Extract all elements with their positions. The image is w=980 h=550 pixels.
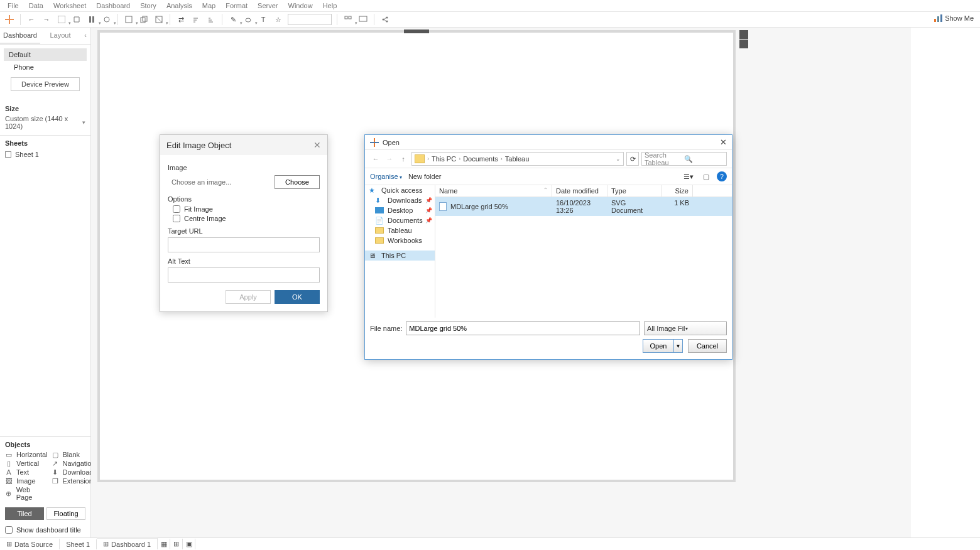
refresh-folder-icon[interactable]: ⟳ [626, 152, 639, 166]
sort-desc-icon[interactable] [205, 14, 217, 25]
col-date[interactable]: Date modified [552, 185, 607, 197]
target-url-input[interactable] [168, 237, 320, 252]
highlight-icon[interactable]: ✎ [227, 14, 239, 25]
tree-documents[interactable]: 📄Documents📌 [365, 215, 435, 225]
remove-container-icon[interactable] [739, 30, 748, 39]
sort-asc-icon[interactable] [190, 14, 202, 25]
tiled-button[interactable]: Tiled [5, 507, 44, 520]
column-headers[interactable]: Name ⌃ Date modified Type Size [435, 185, 732, 197]
choose-button[interactable]: Choose [275, 175, 320, 189]
file-type-filter[interactable]: All Image Files (*.bmp *.dib *.er▾ [644, 321, 727, 335]
menu-server[interactable]: Server [253, 1, 283, 11]
ok-button[interactable]: OK [275, 290, 320, 304]
filename-input[interactable] [406, 321, 640, 335]
organize-button[interactable]: Organise [370, 173, 402, 180]
new-folder-button[interactable]: New folder [408, 173, 442, 180]
apply-button[interactable]: Apply [226, 290, 271, 304]
new-story-icon[interactable]: ▣ [183, 539, 195, 549]
obj-image[interactable]: 🖼Image [5, 477, 48, 485]
clear-icon[interactable] [153, 14, 165, 25]
obj-download[interactable]: ⬇Download [52, 468, 95, 476]
open-button[interactable]: Open [643, 339, 674, 353]
back-icon[interactable]: ← [26, 14, 37, 25]
search-input[interactable]: Search Tableau🔍 [641, 152, 727, 166]
view-mode-icon[interactable]: ☰▾ [682, 171, 695, 182]
tree-downloads[interactable]: ⬇Downloads📌 [365, 195, 435, 205]
tree-this-pc[interactable]: 🖥This PC [365, 251, 435, 261]
new-worksheet-icon[interactable] [123, 14, 134, 25]
show-me-button[interactable]: Show Me [934, 14, 974, 23]
device-preview-button[interactable]: Device Preview [11, 77, 80, 91]
menu-map[interactable]: Map [197, 1, 220, 11]
presentation-icon[interactable] [357, 14, 369, 25]
file-dialog-close-icon[interactable]: ✕ [720, 138, 727, 147]
col-type[interactable]: Type [607, 185, 662, 197]
labels-icon[interactable]: T [258, 14, 269, 25]
pause-icon[interactable] [86, 14, 97, 25]
new-sheet-icon[interactable]: ▦ [158, 539, 170, 549]
menu-data[interactable]: Data [24, 1, 48, 11]
help-icon[interactable]: ? [717, 171, 727, 181]
sheet-item[interactable]: Sheet 1 [0, 148, 90, 161]
size-dropdown[interactable]: Custom size (1440 x 1024)▾ [0, 114, 90, 136]
preview-pane-icon[interactable]: ▢ [699, 171, 713, 182]
refresh-icon[interactable] [101, 14, 112, 25]
container-menu-icon[interactable] [739, 40, 748, 48]
swap-icon[interactable]: ⇄ [175, 14, 187, 25]
fit-dropdown[interactable] [288, 14, 332, 25]
tab-dashboard[interactable]: Dashboard [0, 28, 40, 44]
obj-blank[interactable]: ▢Blank [52, 451, 95, 458]
cancel-button[interactable]: Cancel [688, 339, 727, 353]
open-split-icon[interactable]: ▼ [674, 339, 683, 353]
tree-workbooks[interactable]: Workbooks [365, 235, 435, 245]
tab-sheet1[interactable]: Sheet 1 [60, 539, 97, 549]
centre-image-option[interactable]: Centre Image [173, 215, 320, 222]
obj-vertical[interactable]: ▯Vertical [5, 460, 48, 467]
obj-horizontal[interactable]: ▭Horizontal [5, 451, 48, 458]
file-row[interactable]: MDLarge grid 50% 16/10/2023 13:26 SVG Do… [435, 197, 732, 216]
show-title-row[interactable]: Show dashboard title [0, 522, 90, 537]
file-dialog-titlebar[interactable]: Open ✕ [365, 135, 732, 149]
breadcrumb[interactable]: ›This PC ›Documents ›Tableau ⌄ [411, 152, 624, 166]
group-icon[interactable] [242, 14, 254, 25]
obj-text[interactable]: AText [5, 468, 48, 476]
tree-desktop[interactable]: Desktop📌 [365, 205, 435, 215]
duplicate-icon[interactable] [138, 14, 150, 25]
tree-quick-access[interactable]: ★Quick access [365, 185, 435, 195]
menu-help[interactable]: Help [318, 1, 342, 11]
dialog-titlebar[interactable]: Edit Image Object ✕ [160, 135, 327, 155]
fit-image-checkbox[interactable] [173, 205, 180, 213]
new-dashboard-icon[interactable]: ⊞ [170, 539, 183, 549]
obj-webpage[interactable]: ⊕Web Page [5, 486, 48, 501]
close-icon[interactable]: ✕ [313, 140, 321, 150]
menu-format[interactable]: Format [220, 1, 253, 11]
fit-image-option[interactable]: Fit Image [173, 205, 320, 213]
cards-icon[interactable] [342, 14, 354, 25]
centre-image-checkbox[interactable] [173, 215, 180, 222]
alt-text-input[interactable] [168, 267, 320, 283]
new-datasource-icon[interactable] [71, 14, 82, 25]
nav-up-icon[interactable]: ↑ [398, 153, 409, 165]
tab-dashboard1[interactable]: ⊞Dashboard 1 [97, 537, 158, 549]
collapse-pane-icon[interactable]: ‹ [80, 28, 90, 44]
show-title-checkbox[interactable] [5, 526, 13, 534]
tab-datasource[interactable]: ⊞Data Source [0, 539, 60, 549]
obj-navigation[interactable]: ↗Navigation [52, 460, 95, 467]
save-icon[interactable] [56, 14, 67, 25]
obj-extension[interactable]: ❐Extension [52, 477, 95, 485]
menu-file[interactable]: File [3, 1, 24, 11]
menu-analysis[interactable]: Analysis [161, 1, 197, 11]
nav-back-icon[interactable]: ← [370, 153, 381, 165]
forward-icon[interactable]: → [41, 14, 52, 25]
menu-worksheet[interactable]: Worksheet [48, 1, 91, 11]
share-icon[interactable] [379, 14, 391, 25]
menu-dashboard[interactable]: Dashboard [91, 1, 135, 11]
col-name[interactable]: Name ⌃ [435, 185, 552, 197]
canvas-top-handle[interactable] [404, 30, 429, 33]
tab-layout[interactable]: Layout [40, 28, 80, 44]
pin-icon[interactable]: ☆ [273, 14, 284, 25]
device-default[interactable]: Default [4, 48, 87, 61]
device-phone[interactable]: Phone [4, 61, 87, 73]
tree-tableau[interactable]: Tableau [365, 225, 435, 235]
col-size[interactable]: Size [662, 185, 693, 197]
